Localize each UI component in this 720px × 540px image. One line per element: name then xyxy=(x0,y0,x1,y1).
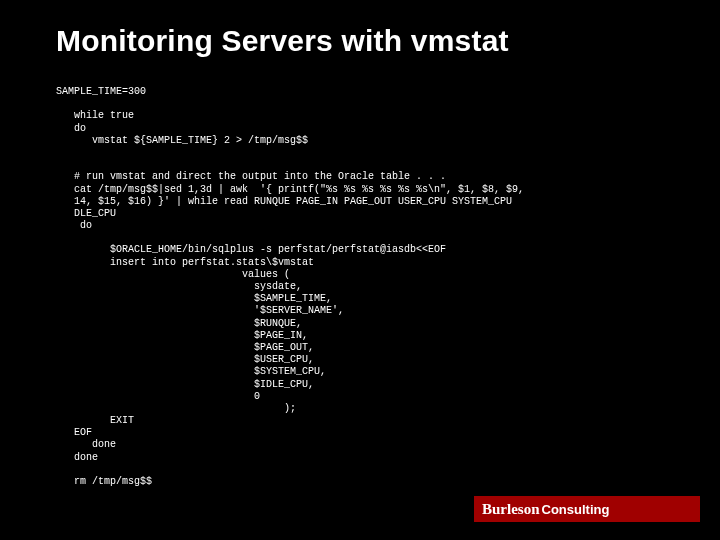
code-block: SAMPLE_TIME=300 while true do vmstat ${S… xyxy=(56,86,680,488)
slide-title: Monitoring Servers with vmstat xyxy=(56,24,509,58)
brand-main: Burleson xyxy=(482,501,540,517)
brand-logo: BurlesonConsulting xyxy=(482,501,609,518)
slide: Monitoring Servers with vmstat SAMPLE_TI… xyxy=(0,0,720,540)
brand-sub: Consulting xyxy=(542,502,610,517)
brand-bar: BurlesonConsulting xyxy=(474,496,700,522)
